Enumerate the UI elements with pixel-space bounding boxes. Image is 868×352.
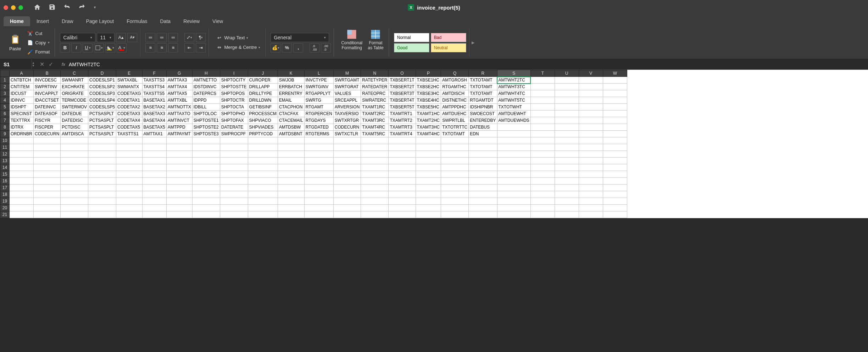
cell[interactable] <box>389 205 416 211</box>
cell[interactable] <box>304 144 333 151</box>
cell[interactable]: EXCHRATE <box>61 84 88 90</box>
style-normal[interactable]: Normal <box>394 33 429 42</box>
percent-icon[interactable]: % <box>282 43 292 52</box>
cell[interactable] <box>497 131 530 137</box>
font-size-select[interactable]: 11▾ <box>97 33 115 42</box>
row-header[interactable]: 18 <box>0 191 10 198</box>
cell[interactable]: AMTNETTO <box>192 77 220 84</box>
cell[interactable]: FISCPER <box>34 124 61 131</box>
cell[interactable]: CTACFAX <box>278 110 304 117</box>
cell[interactable] <box>603 117 627 124</box>
cell[interactable]: AMTTAX5 <box>166 90 192 97</box>
cell[interactable] <box>278 158 304 164</box>
cell[interactable] <box>389 184 416 191</box>
cell[interactable] <box>10 211 34 218</box>
cell[interactable]: SWPRTLBL <box>441 117 469 124</box>
cut-button[interactable]: ✂️Cut <box>25 29 52 38</box>
cell[interactable]: CNTITEM <box>10 84 34 90</box>
cell[interactable]: RTGAPPLYT <box>304 90 333 97</box>
column-header[interactable]: L <box>304 70 333 77</box>
cell[interactable]: IDCUST <box>10 90 34 97</box>
cell[interactable] <box>361 171 389 178</box>
cell[interactable]: AMTDSBW <box>278 124 304 131</box>
cell[interactable] <box>416 144 441 151</box>
cell[interactable] <box>142 191 166 198</box>
cell[interactable] <box>192 178 220 184</box>
cell[interactable]: INVCDESC <box>34 77 61 84</box>
cell[interactable] <box>469 171 497 178</box>
column-header[interactable]: D <box>88 70 116 77</box>
cell[interactable] <box>389 171 416 178</box>
cell[interactable]: PCTSASPLT <box>88 110 116 117</box>
bold-button[interactable]: B <box>60 43 70 52</box>
cell[interactable] <box>220 164 248 171</box>
cell[interactable]: RTGPERCEN <box>304 110 333 117</box>
cell[interactable] <box>555 211 579 218</box>
column-header[interactable]: N <box>361 70 389 77</box>
increase-indent-icon[interactable]: ⇥ <box>196 43 206 52</box>
cell[interactable] <box>88 137 116 144</box>
cell[interactable] <box>441 178 469 184</box>
cell[interactable]: BASETAX2 <box>142 104 166 110</box>
spreadsheet-grid[interactable]: ABCDEFGHIJKLMNOPQRSTUVW1CNTBTCHINVCDESCS… <box>0 70 868 218</box>
cell[interactable] <box>278 184 304 191</box>
cell[interactable] <box>192 158 220 164</box>
row-header[interactable]: 15 <box>0 171 10 178</box>
cell[interactable] <box>603 178 627 184</box>
cell[interactable] <box>497 171 530 178</box>
cell[interactable] <box>389 198 416 205</box>
cell[interactable] <box>61 205 88 211</box>
cell[interactable]: AMTWHT2TC <box>497 77 530 84</box>
cell[interactable] <box>579 77 603 84</box>
cell[interactable]: CODESLSP1 <box>88 77 116 84</box>
cell[interactable]: AMTWHT3TC <box>497 84 530 90</box>
cell[interactable]: CODETAX5 <box>116 124 142 131</box>
cell[interactable]: RTGAMTDT <box>469 97 497 104</box>
cell[interactable]: IDSHPT <box>10 104 34 110</box>
cell[interactable] <box>248 171 278 178</box>
accept-formula-icon[interactable]: ✓ <box>49 61 53 68</box>
cell[interactable] <box>278 211 304 218</box>
cell[interactable] <box>416 211 441 218</box>
styles-more-icon[interactable]: ▶ <box>472 40 474 45</box>
cell[interactable] <box>530 124 555 131</box>
cell[interactable] <box>555 131 579 137</box>
cell[interactable] <box>530 191 555 198</box>
cell[interactable]: DATEASOF <box>34 110 61 117</box>
cell[interactable] <box>116 137 142 144</box>
paste-button[interactable]: Paste <box>6 33 24 53</box>
cell[interactable] <box>116 164 142 171</box>
cell[interactable] <box>304 211 333 218</box>
cell[interactable] <box>220 191 248 198</box>
cell[interactable] <box>142 151 166 158</box>
cell[interactable]: CODESLSP2 <box>88 84 116 90</box>
cell[interactable] <box>61 198 88 205</box>
row-header[interactable]: 20 <box>0 205 10 211</box>
cell[interactable] <box>555 117 579 124</box>
cell[interactable]: SHPVIACO <box>248 117 278 124</box>
cell[interactable]: DATEPRCS <box>192 90 220 97</box>
cell[interactable]: ORDRNBR <box>10 131 34 137</box>
cell[interactable] <box>34 184 61 191</box>
cell[interactable] <box>555 151 579 158</box>
cell[interactable] <box>389 178 416 184</box>
cell[interactable]: AMTTAX1 <box>142 131 166 137</box>
cell[interactable] <box>248 191 278 198</box>
column-header[interactable]: Q <box>441 70 469 77</box>
cell[interactable]: CTACEMAIL <box>278 117 304 124</box>
cell[interactable] <box>469 191 497 198</box>
cell[interactable] <box>333 178 361 184</box>
cell[interactable] <box>555 178 579 184</box>
cell[interactable]: TAXVERSIO <box>333 110 361 117</box>
cell[interactable] <box>10 198 34 205</box>
cell[interactable] <box>416 178 441 184</box>
cell[interactable] <box>248 205 278 211</box>
cell[interactable] <box>333 151 361 158</box>
cell[interactable]: AMTDSBNT <box>278 131 304 137</box>
cell[interactable] <box>497 151 530 158</box>
cell[interactable] <box>469 198 497 205</box>
cell[interactable] <box>10 205 34 211</box>
cell[interactable]: AMTGROSH <box>441 77 469 84</box>
cell[interactable] <box>192 171 220 178</box>
cell[interactable] <box>278 171 304 178</box>
